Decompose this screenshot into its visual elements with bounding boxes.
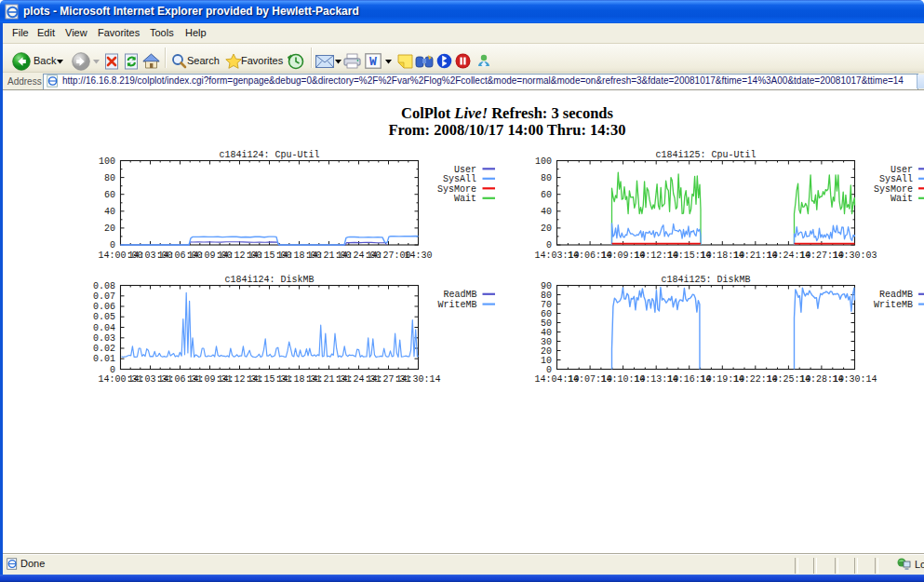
svg-text:100: 100 xyxy=(99,156,115,167)
svg-text:c184i124: Cpu-Util: c184i124: Cpu-Util xyxy=(219,150,319,160)
svg-text:c184i125: Cpu-Util: c184i125: Cpu-Util xyxy=(655,150,756,160)
svg-text:40: 40 xyxy=(104,207,115,217)
svg-text:c184i125: DiskMB: c184i125: DiskMB xyxy=(661,275,750,285)
svg-text:14:30:03: 14:30:03 xyxy=(832,250,877,261)
svg-text:0.06: 0.06 xyxy=(93,302,115,312)
svg-text:Wait: Wait xyxy=(454,194,476,204)
svg-text:WriteMB: WriteMB xyxy=(437,300,476,310)
svg-text:0.08: 0.08 xyxy=(93,281,115,291)
svg-text:WriteMB: WriteMB xyxy=(874,300,913,310)
svg-text:User: User xyxy=(891,165,913,175)
svg-text:SysAll: SysAll xyxy=(443,174,476,184)
svg-text:60: 60 xyxy=(541,190,552,200)
svg-text:20: 20 xyxy=(541,346,552,357)
svg-text:40: 40 xyxy=(541,328,552,338)
svg-text:40: 40 xyxy=(541,207,552,217)
svg-text:14:30: 14:30 xyxy=(404,250,432,261)
svg-text:ReadMB: ReadMB xyxy=(879,290,913,300)
svg-text:0.07: 0.07 xyxy=(93,291,115,302)
svg-text:100: 100 xyxy=(535,156,552,167)
svg-text:14:30:14: 14:30:14 xyxy=(832,374,877,385)
svg-text:SysAll: SysAll xyxy=(879,174,913,184)
svg-text:0.02: 0.02 xyxy=(93,344,115,354)
svg-text:Wait: Wait xyxy=(891,194,913,204)
svg-text:20: 20 xyxy=(541,223,552,234)
svg-text:80: 80 xyxy=(104,173,115,183)
svg-text:20: 20 xyxy=(104,223,115,234)
svg-text:80: 80 xyxy=(541,291,552,301)
svg-text:SysMore: SysMore xyxy=(874,184,913,195)
svg-text:50: 50 xyxy=(541,318,552,329)
svg-text:ReadMB: ReadMB xyxy=(443,290,476,300)
svg-text:10: 10 xyxy=(541,356,552,366)
svg-text:User: User xyxy=(454,165,476,175)
svg-text:c184i124: DiskMB: c184i124: DiskMB xyxy=(224,275,314,285)
svg-text:0.04: 0.04 xyxy=(93,323,115,333)
svg-text:0.05: 0.05 xyxy=(93,312,115,322)
svg-text:14:30:14: 14:30:14 xyxy=(395,374,440,385)
svg-text:60: 60 xyxy=(541,309,552,319)
svg-text:0.03: 0.03 xyxy=(93,333,115,344)
svg-text:SysMore: SysMore xyxy=(437,184,476,195)
svg-text:90: 90 xyxy=(541,281,552,291)
svg-text:0.01: 0.01 xyxy=(93,354,115,364)
svg-text:W: W xyxy=(369,55,377,69)
svg-text:60: 60 xyxy=(104,190,115,200)
svg-text:70: 70 xyxy=(541,300,552,310)
svg-text:80: 80 xyxy=(541,173,552,183)
svg-text:30: 30 xyxy=(541,337,552,347)
